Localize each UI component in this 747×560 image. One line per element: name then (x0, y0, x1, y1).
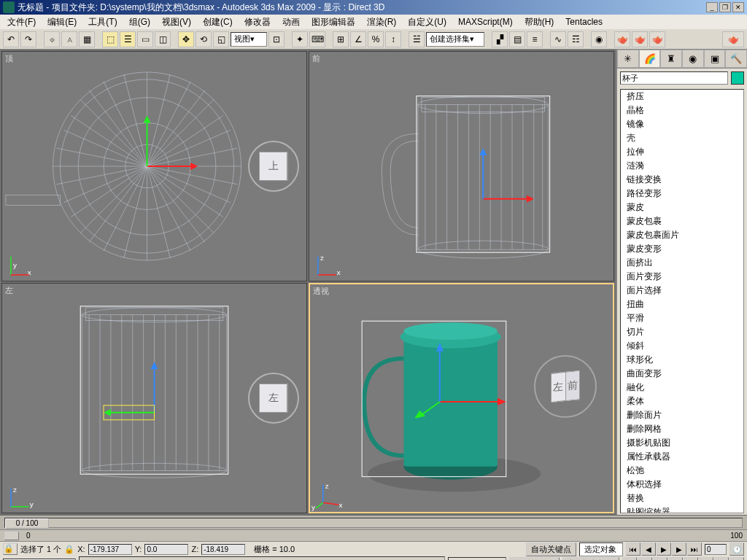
utilities-tab-icon[interactable]: 🔨 (725, 50, 747, 68)
bind-space-icon[interactable]: ▦ (79, 31, 95, 47)
menu-tools[interactable]: 工具(T) (84, 15, 121, 30)
menu-help[interactable]: 帮助(H) (520, 15, 559, 30)
manipulate-icon[interactable]: ✦ (292, 31, 308, 47)
modifier-item[interactable]: 面挤出 (621, 256, 743, 270)
autokey-button[interactable]: 自动关键点 (526, 542, 576, 556)
modifier-item[interactable]: 球形化 (621, 353, 743, 367)
modifier-item[interactable]: 蒙皮变形 (621, 242, 743, 256)
motion-tab-icon[interactable]: ◉ (682, 50, 704, 68)
fov-icon[interactable]: ▷ (714, 557, 729, 560)
modifier-item[interactable]: 蒙皮包裹 (621, 214, 743, 228)
modify-tab-icon[interactable]: 🌈 (639, 50, 661, 68)
menu-animation[interactable]: 动画 (278, 15, 304, 30)
time-config-icon[interactable]: 🕐 (729, 542, 744, 556)
object-color-swatch[interactable] (731, 71, 744, 85)
viewcube-left[interactable]: 左 (248, 373, 299, 424)
spinner-snap-icon[interactable]: ↕ (385, 31, 401, 47)
modifier-item[interactable]: 涟漪 (621, 159, 743, 173)
x-coord-input[interactable] (88, 544, 132, 555)
keyboard-shortcut-icon[interactable]: ⌨ (309, 31, 325, 47)
menu-render[interactable]: 渲染(R) (363, 15, 401, 30)
modifier-item[interactable]: 扭曲 (621, 298, 743, 311)
restore-button[interactable]: ❐ (719, 2, 731, 12)
create-tab-icon[interactable]: ✳ (617, 50, 639, 68)
modifier-item[interactable]: 删除网格 (621, 422, 743, 436)
named-sel-icon[interactable]: ☱ (409, 31, 425, 47)
viewcube-top[interactable]: 上 (248, 141, 299, 192)
modifier-item[interactable]: 切片 (621, 325, 743, 339)
mirror-icon[interactable]: ▞ (492, 31, 508, 47)
unlink-icon[interactable]: ⟑ (61, 31, 77, 47)
menu-file[interactable]: 文件(F) (3, 15, 40, 30)
pan-view-icon[interactable]: ✋ (622, 557, 637, 560)
viewport-left[interactable]: 左 (1, 283, 307, 513)
toggle-trackbar-icon[interactable] (4, 532, 19, 540)
pivot-center-icon[interactable]: ⊡ (268, 31, 285, 47)
lock-selection-icon[interactable]: 🔒 (3, 543, 18, 555)
schematic-icon[interactable]: ☶ (568, 31, 584, 47)
menu-group[interactable]: 组(G) (125, 15, 155, 30)
time-slider[interactable]: 0 / 100 (5, 518, 49, 529)
modifier-item[interactable]: 镜像 (621, 117, 743, 131)
menu-views[interactable]: 视图(V) (158, 15, 196, 30)
next-frame-icon[interactable]: ▶ (672, 542, 686, 556)
object-name-input[interactable] (620, 71, 728, 85)
select-name-icon[interactable]: ☰ (120, 31, 136, 47)
curve-editor-icon[interactable]: ∿ (550, 31, 566, 47)
arc-rotate-icon[interactable]: ⟲ (638, 557, 652, 560)
menu-grapheditor[interactable]: 图形编辑器 (307, 15, 360, 30)
quick-render-icon[interactable]: 🫖 (649, 31, 665, 47)
viewport-perspective[interactable]: 透视 z x y 左 (309, 283, 614, 513)
align-icon[interactable]: ▤ (509, 31, 525, 47)
close-button[interactable]: ✕ (732, 2, 744, 12)
material-editor-icon[interactable]: ◉ (591, 31, 607, 47)
goto-end-icon[interactable]: ⏭ (687, 542, 702, 556)
undo-icon[interactable]: ↶ (3, 31, 19, 47)
modifier-item[interactable]: 路径变形 (621, 187, 743, 201)
y-coord-input[interactable] (144, 544, 188, 555)
viewport-front[interactable]: 前 (309, 51, 614, 281)
modifier-item[interactable]: 融化 (621, 381, 743, 394)
menu-edit[interactable]: 编辑(E) (43, 15, 81, 30)
modifier-item[interactable]: 面片选择 (621, 284, 743, 298)
modifier-item[interactable]: 替换 (621, 491, 743, 505)
menu-maxscript[interactable]: MAXScript(M) (454, 15, 517, 28)
menu-modifiers[interactable]: 修改器 (240, 15, 275, 30)
play-icon[interactable]: ▶ (657, 542, 671, 556)
menu-create[interactable]: 创建(C) (198, 15, 237, 30)
maximize-viewport-icon[interactable]: ⛶ (729, 557, 744, 560)
z-coord-input[interactable] (201, 544, 245, 555)
modifier-item[interactable]: 拉伸 (621, 145, 743, 159)
modifier-item[interactable]: 体积选择 (621, 478, 743, 491)
viewcube-persp[interactable]: 左 前 (540, 361, 591, 412)
zoom-icon[interactable]: 🔍 (653, 557, 667, 560)
modifier-item[interactable]: 倾斜 (621, 339, 743, 353)
add-time-tag[interactable]: 添加时间标记 (448, 557, 506, 561)
modifier-item[interactable]: 挤压 (621, 90, 743, 104)
select-icon[interactable]: ⬚ (102, 31, 118, 47)
modifier-item[interactable]: 摄影机贴图 (621, 436, 743, 450)
display-tab-icon[interactable]: ▣ (704, 50, 726, 68)
minimize-button[interactable]: _ (706, 2, 718, 12)
zoom-all-icon[interactable]: ⊞ (668, 557, 683, 560)
select-region-icon[interactable]: ▭ (137, 31, 153, 47)
modifier-item[interactable]: 柔体 (621, 394, 743, 408)
modifier-item[interactable]: 贴图缩放器 (621, 505, 743, 513)
angle-snap-icon[interactable]: ∠ (350, 31, 366, 47)
ref-coord-dropdown[interactable]: 视图 ▾ (231, 32, 267, 47)
select-link-icon[interactable]: ⟐ (44, 31, 60, 47)
modifier-item[interactable]: 属性承载器 (621, 450, 743, 464)
modifier-item[interactable]: 蒙皮 (621, 201, 743, 214)
modifier-item[interactable]: 删除面片 (621, 408, 743, 422)
modifier-item[interactable]: 蒙皮包裹面片 (621, 228, 743, 242)
render-frame-icon[interactable]: 🫖 (632, 31, 648, 47)
redo-icon[interactable]: ↷ (20, 31, 36, 47)
layers-icon[interactable]: ≡ (527, 31, 543, 47)
menu-customize[interactable]: 自定义(U) (403, 15, 451, 30)
named-sel-dropdown[interactable]: 创建选择集 ▾ (426, 32, 484, 47)
keymode-dropdown[interactable]: 选定对象 (579, 542, 623, 556)
percent-snap-icon[interactable]: % (368, 31, 384, 47)
render-production-icon[interactable]: 🫖 (722, 31, 744, 47)
modifier-item[interactable]: 面片变形 (621, 270, 743, 284)
modifier-item[interactable]: 曲面变形 (621, 367, 743, 381)
